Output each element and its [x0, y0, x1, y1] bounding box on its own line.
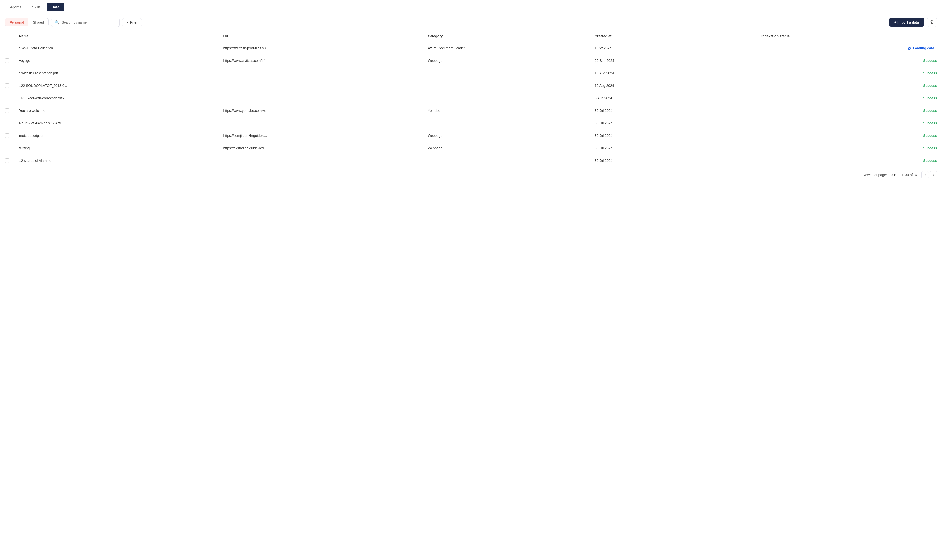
cell-indexation-status: Success — [757, 80, 942, 92]
cell-name: 12 shares of Alamino — [14, 154, 219, 167]
table-header-row: Name Url Category Created at Indexation … — [0, 31, 942, 42]
rows-per-page-label: Rows per page: — [863, 173, 887, 177]
cell-created-at: 12 Aug 2024 — [590, 80, 757, 92]
table-row: 122-SOUDOPLATOF_2018-0...12 Aug 2024Succ… — [0, 80, 942, 92]
status-badge: Success — [923, 71, 937, 75]
cell-created-at: 13 Aug 2024 — [590, 67, 757, 80]
cell-url: https://www.civitatis.com/fr/... — [219, 54, 423, 67]
status-badge: Success — [923, 146, 937, 150]
table-row: SWFT Data Collectionhttps://swiftask-pro… — [0, 42, 942, 54]
row-checkbox-0[interactable] — [5, 46, 9, 50]
cell-category — [423, 117, 590, 129]
filter-button[interactable]: ≡ Filter — [122, 18, 142, 26]
row-checkbox-7[interactable] — [5, 133, 9, 138]
cell-name: voyage — [14, 54, 219, 67]
cell-url — [219, 117, 423, 129]
table-row: voyagehttps://www.civitatis.com/fr/...We… — [0, 54, 942, 67]
cell-created-at: 20 Sep 2024 — [590, 54, 757, 67]
cell-indexation-status: Success — [757, 92, 942, 105]
cell-category: Webpage — [423, 129, 590, 142]
delete-button[interactable] — [927, 18, 937, 27]
toggle-personal-btn[interactable]: Personal — [5, 18, 28, 26]
cell-created-at: 30 Jul 2024 — [590, 154, 757, 167]
cell-indexation-status: ↻Loading data... — [757, 42, 942, 54]
cell-created-at: 30 Jul 2024 — [590, 105, 757, 117]
rows-per-page-value: 10 — [889, 173, 893, 177]
status-badge: Success — [923, 134, 937, 138]
cell-name: meta description — [14, 129, 219, 142]
next-page-button[interactable]: › — [930, 171, 937, 178]
data-table: Name Url Category Created at Indexation … — [0, 31, 942, 167]
personal-shared-toggle: Personal Shared — [5, 18, 49, 26]
top-navigation: Agents Skills Data — [0, 0, 942, 14]
select-all-checkbox[interactable] — [5, 34, 9, 38]
cell-indexation-status: Success — [757, 105, 942, 117]
header-category: Category — [423, 31, 590, 42]
search-input[interactable] — [62, 20, 116, 24]
header-checkbox-cell — [0, 31, 14, 42]
cell-name: Swiftask Presentation.pdf — [14, 67, 219, 80]
table-row: meta descriptionhttps://semji.com/fr/gui… — [0, 129, 942, 142]
cell-url: https://swiftask-prod-files.s3... — [219, 42, 423, 54]
row-checkbox-2[interactable] — [5, 71, 9, 75]
cell-name: Writing — [14, 142, 219, 154]
status-badge: Success — [923, 58, 937, 63]
header-indexation-status: Indexation status — [757, 31, 942, 42]
table-row: You are welcome.https://www.youtube.com/… — [0, 105, 942, 117]
row-checkbox-5[interactable] — [5, 108, 9, 113]
cell-category: Webpage — [423, 142, 590, 154]
row-checkbox-4[interactable] — [5, 96, 9, 100]
status-badge: Success — [923, 109, 937, 112]
trash-icon — [930, 20, 934, 25]
status-badge: Success — [923, 84, 937, 88]
rows-per-page-control: Rows per page: 10 ▾ — [863, 173, 896, 177]
row-checkbox-3[interactable] — [5, 83, 9, 88]
header-created-at: Created at — [590, 31, 757, 42]
cell-category — [423, 92, 590, 105]
page-navigation: ‹ › — [921, 171, 937, 178]
header-url: Url — [219, 31, 423, 42]
cell-category: Azure Document Loader — [423, 42, 590, 54]
status-loading-label: Loading data... — [913, 46, 937, 50]
cell-created-at: 30 Jul 2024 — [590, 142, 757, 154]
status-badge: Success — [923, 158, 937, 163]
cell-name: SWFT Data Collection — [14, 42, 219, 54]
status-badge: Success — [923, 121, 937, 125]
tab-data[interactable]: Data — [46, 3, 65, 11]
prev-page-button[interactable]: ‹ — [921, 171, 929, 178]
rows-per-page-select[interactable]: 10 ▾ — [889, 173, 896, 177]
page-info: 21–30 of 34 — [899, 173, 917, 177]
cell-created-at: 6 Aug 2024 — [590, 92, 757, 105]
cell-category — [423, 67, 590, 80]
cell-url — [219, 80, 423, 92]
import-data-button[interactable]: + Import a data — [889, 18, 924, 27]
row-checkbox-6[interactable] — [5, 121, 9, 125]
table-row: 12 shares of Alamino30 Jul 2024Success — [0, 154, 942, 167]
cell-url — [219, 154, 423, 167]
cell-indexation-status: Success — [757, 67, 942, 80]
table-row: Review of Alamino's 12 Acti...30 Jul 202… — [0, 117, 942, 129]
cell-name: TP_Excel-with-correction.xlsx — [14, 92, 219, 105]
search-icon: 🔍 — [55, 20, 60, 25]
cell-url: https://www.youtube.com/w... — [219, 105, 423, 117]
tab-skills[interactable]: Skills — [27, 3, 46, 11]
cell-name: You are welcome. — [14, 105, 219, 117]
table-row: Writinghttps://digitad.ca/guide-red...We… — [0, 142, 942, 154]
loading-spinner-icon: ↻ — [907, 46, 911, 50]
toggle-shared-btn[interactable]: Shared — [28, 18, 48, 26]
table-row: Swiftask Presentation.pdf13 Aug 2024Succ… — [0, 67, 942, 80]
row-checkbox-8[interactable] — [5, 146, 9, 150]
cell-indexation-status: Success — [757, 154, 942, 167]
row-checkbox-9[interactable] — [5, 158, 9, 163]
cell-created-at: 30 Jul 2024 — [590, 117, 757, 129]
filter-icon: ≡ — [126, 20, 128, 24]
status-badge: Success — [923, 96, 937, 100]
table-row: TP_Excel-with-correction.xlsx6 Aug 2024S… — [0, 92, 942, 105]
row-checkbox-1[interactable] — [5, 58, 9, 63]
filter-label: Filter — [130, 20, 137, 24]
cell-indexation-status: Success — [757, 142, 942, 154]
cell-created-at: 1 Oct 2024 — [590, 42, 757, 54]
tab-agents[interactable]: Agents — [5, 3, 26, 11]
cell-category — [423, 154, 590, 167]
cell-indexation-status: Success — [757, 117, 942, 129]
